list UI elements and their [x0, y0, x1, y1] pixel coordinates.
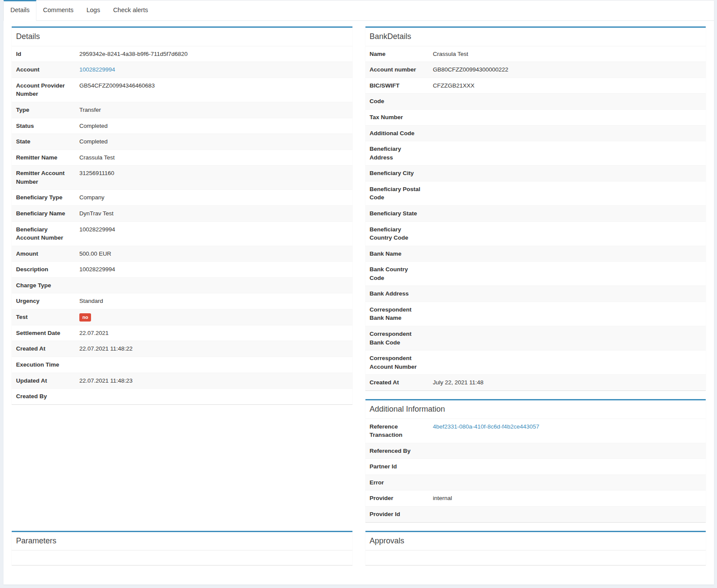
- bank-details-panel: BankDetails NameCrassula TestAccount num…: [365, 26, 706, 390]
- field-row: Code: [365, 93, 706, 109]
- field-value: [75, 357, 352, 373]
- field-label: Type: [12, 102, 75, 118]
- field-label: Beneficiary State: [365, 206, 429, 221]
- field-label: Beneficiary Account Number: [12, 222, 75, 246]
- field-row: BIC/SWIFTCFZZGB21XXX: [365, 78, 706, 94]
- field-row: Error: [365, 474, 706, 491]
- details-panel-body: Id2959342e-8241-4a38-b9f6-711d5f7d6820Ac…: [12, 46, 352, 404]
- field-label: Partner Id: [365, 459, 429, 474]
- field-label: Beneficiary Type: [12, 190, 75, 205]
- details-panel-header: Details: [12, 28, 352, 46]
- additional-information-panel-body: Reference Transaction4bef2331-080a-410f-…: [365, 419, 706, 522]
- field-value: [429, 475, 706, 491]
- field-label: Additional Code: [365, 126, 429, 141]
- field-value: July 22, 2021 11:48: [429, 375, 706, 390]
- field-value: [429, 443, 706, 459]
- field-value: [429, 286, 706, 302]
- field-label: State: [12, 134, 75, 149]
- field-value: 500.00 EUR: [75, 246, 352, 262]
- field-label: Provider: [365, 491, 429, 506]
- field-value: GB80CFZZ00994300000222: [429, 62, 706, 78]
- approvals-cell: Approvals: [365, 531, 706, 574]
- field-row: Created At22.07.2021 11:48:22: [12, 341, 352, 357]
- field-label: Charge Type: [12, 278, 75, 293]
- field-row: Providerinternal: [365, 490, 706, 506]
- tab-logs[interactable]: Logs: [80, 0, 106, 20]
- field-row: Beneficiary State: [365, 205, 706, 221]
- field-label: Beneficiary Name: [12, 206, 75, 221]
- tab-comments[interactable]: Comments: [36, 0, 80, 20]
- content-area: Details Id2959342e-8241-4a38-b9f6-711d5f…: [3, 21, 714, 585]
- field-value: [429, 166, 706, 181]
- field-label: Execution Time: [12, 357, 75, 373]
- field-value: Company: [75, 190, 352, 205]
- field-label: Beneficiary Country Code: [365, 222, 429, 246]
- field-value: internal: [429, 491, 706, 506]
- field-row: Account10028229994: [12, 62, 352, 78]
- additional-information-panel-header: Additional Information: [365, 400, 706, 419]
- field-value: 4bef2331-080a-410f-8c6d-f4b2ce443057: [429, 419, 706, 443]
- field-value: [429, 246, 706, 262]
- field-value: [429, 326, 706, 350]
- field-value: [429, 141, 706, 165]
- field-value: 22.07.2021 11:48:23: [75, 373, 352, 389]
- field-row: Description10028229994: [12, 261, 352, 277]
- field-row: Correspondent Bank Name: [365, 302, 706, 326]
- field-row: Provider Id: [365, 506, 706, 522]
- additional-information-panel-title: Additional Information: [370, 405, 702, 414]
- field-row: UrgencyStandard: [12, 293, 352, 309]
- field-row: Beneficiary Address: [365, 141, 706, 165]
- field-link[interactable]: 4bef2331-080a-410f-8c6d-f4b2ce443057: [433, 423, 539, 430]
- field-row: Beneficiary TypeCompany: [12, 189, 352, 205]
- parameters-panel-body: [12, 550, 352, 565]
- field-label: Created At: [12, 341, 75, 357]
- tab-details[interactable]: Details: [3, 0, 36, 21]
- field-row: Settlement Date22.07.2021: [12, 325, 352, 341]
- details-panel: Details Id2959342e-8241-4a38-b9f6-711d5f…: [12, 26, 352, 404]
- field-value: [429, 262, 706, 286]
- field-value: [429, 110, 706, 125]
- field-label: Correspondent Bank Name: [365, 302, 429, 326]
- field-label: Remitter Account Number: [12, 166, 75, 189]
- field-value: Standard: [75, 293, 352, 309]
- field-label: Remitter Name: [12, 150, 75, 166]
- field-value: 22.07.2021 11:48:22: [75, 341, 352, 357]
- field-value: CFZZGB21XXX: [429, 78, 706, 94]
- field-row: Account numberGB80CFZZ00994300000222: [365, 62, 706, 78]
- field-row: Amount500.00 EUR: [12, 246, 352, 262]
- field-label: Code: [365, 94, 429, 109]
- field-value: Completed: [75, 134, 352, 149]
- field-label: Account number: [365, 62, 429, 78]
- field-label: Bank Country Code: [365, 262, 429, 286]
- field-row: Created By: [12, 388, 352, 404]
- field-label: Created By: [12, 389, 75, 404]
- field-row: StatusCompleted: [12, 118, 352, 134]
- field-label: BIC/SWIFT: [365, 78, 429, 94]
- field-value: [429, 302, 706, 326]
- field-row: Additional Code: [365, 125, 706, 141]
- field-row: NameCrassula Test: [365, 46, 706, 62]
- field-row: TypeTransfer: [12, 102, 352, 118]
- field-row: Remitter Account Number31256911160: [12, 165, 352, 189]
- field-row: Bank Country Code: [365, 261, 706, 286]
- details-panel-title: Details: [16, 32, 348, 41]
- field-row: Correspondent Account Number: [365, 350, 706, 374]
- field-label: Correspondent Account Number: [365, 351, 429, 374]
- field-value: [429, 459, 706, 474]
- field-label: Beneficiary Postal Code: [365, 182, 429, 205]
- field-value: GB54CFZZ00994346460683: [75, 78, 352, 102]
- field-row: Bank Name: [365, 246, 706, 262]
- field-value: [429, 351, 706, 374]
- tab-content-card: DetailsCommentsLogsCheck alerts Details …: [3, 0, 714, 585]
- field-row: Beneficiary City: [365, 165, 706, 181]
- field-label: Beneficiary City: [365, 166, 429, 181]
- field-label: Bank Address: [365, 286, 429, 302]
- field-row: Id2959342e-8241-4a38-b9f6-711d5f7d6820: [12, 46, 352, 62]
- parameters-cell: Parameters: [12, 531, 352, 574]
- field-value: Crassula Test: [429, 46, 706, 62]
- field-row: Beneficiary Account Number10028229994: [12, 221, 352, 246]
- field-label: Created At: [365, 375, 429, 390]
- field-link[interactable]: 10028229994: [79, 66, 115, 73]
- tab-check-alerts[interactable]: Check alerts: [107, 0, 155, 20]
- parameters-panel-title: Parameters: [16, 537, 348, 546]
